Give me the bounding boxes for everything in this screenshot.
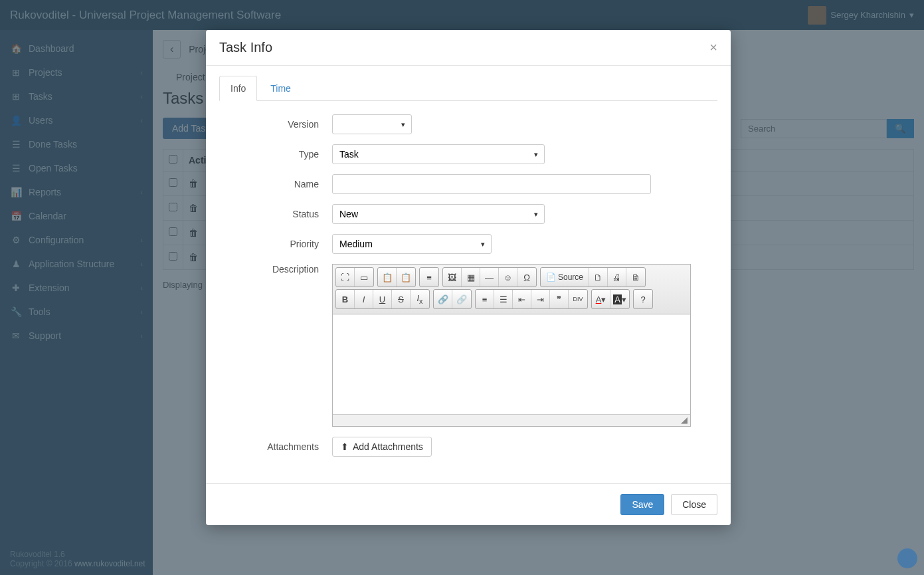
editor-textarea[interactable] xyxy=(333,314,690,414)
editor-toolbar: ⛶ ▭ 📋 📋 ≡ 🖼 xyxy=(333,265,690,314)
bg-color-icon: A xyxy=(613,294,622,304)
modal-title: Task Info xyxy=(219,40,272,55)
modal-footer: Save Close xyxy=(206,483,731,525)
label-name: Name xyxy=(219,179,332,189)
maximize-button[interactable]: ⛶ xyxy=(336,268,355,287)
select-version[interactable] xyxy=(332,114,412,134)
paste-text-button[interactable]: 📋 xyxy=(397,268,415,287)
smiley-icon: ☺ xyxy=(504,273,512,283)
select-type[interactable]: Task xyxy=(332,144,545,164)
close-icon: × xyxy=(709,40,717,55)
print-icon: 🖨 xyxy=(612,273,621,283)
label-priority: Priority xyxy=(219,239,332,249)
upload-icon: ⬆ xyxy=(341,441,349,452)
label-version: Version xyxy=(219,119,332,130)
unlink-button[interactable]: 🔗 xyxy=(452,290,471,308)
modal-header: Task Info × xyxy=(206,30,731,65)
label-status: Status xyxy=(219,209,332,219)
outdent-icon: ⇤ xyxy=(518,294,525,304)
link-icon: 🔗 xyxy=(438,294,448,304)
print-button[interactable]: 🖨 xyxy=(608,268,626,287)
bullet-list-button[interactable]: ☰ xyxy=(494,290,513,308)
table-button[interactable]: ▦ xyxy=(462,268,480,287)
templates-icon: 🗎 xyxy=(632,273,640,283)
form-row-priority: Priority Medium xyxy=(219,234,717,254)
ul-icon: ☰ xyxy=(500,294,508,304)
quote-icon: ❞ xyxy=(557,294,561,304)
close-button[interactable]: Close xyxy=(671,494,717,515)
hr-icon: ― xyxy=(485,273,494,283)
remove-format-button[interactable]: ≡ xyxy=(420,268,438,287)
numbered-list-button[interactable]: ≡ xyxy=(476,290,494,308)
save-button[interactable]: Save xyxy=(620,494,664,515)
maximize-icon: ⛶ xyxy=(341,273,349,283)
new-page-button[interactable]: 🗋 xyxy=(589,268,608,287)
modal-close-button[interactable]: × xyxy=(709,40,717,55)
ol-icon: ≡ xyxy=(482,294,488,304)
underline-button[interactable]: U xyxy=(373,290,392,308)
outdent-button[interactable]: ⇤ xyxy=(513,290,531,308)
add-attachments-button[interactable]: ⬆ Add Attachments xyxy=(332,437,432,457)
editor-resize-handle[interactable]: ◢ xyxy=(333,414,690,426)
paste-icon: 📋 xyxy=(382,273,393,283)
image-button[interactable]: 🖼 xyxy=(443,268,462,287)
smiley-button[interactable]: ☺ xyxy=(499,268,517,287)
omega-icon: Ω xyxy=(523,273,530,283)
strike-button[interactable]: S xyxy=(392,290,411,308)
remove-format-icon: ≡ xyxy=(426,273,432,283)
form-row-type: Type Task xyxy=(219,144,717,164)
input-name[interactable] xyxy=(332,174,651,194)
templates-button[interactable]: 🗎 xyxy=(626,268,645,287)
underline-icon: U xyxy=(379,294,385,304)
table-icon: ▦ xyxy=(467,273,475,283)
label-type: Type xyxy=(219,149,332,160)
label-description: Description xyxy=(219,264,332,275)
tab-info[interactable]: Info xyxy=(219,76,257,101)
form-row-description: Description ⛶ ▭ 📋 📋 xyxy=(219,264,717,427)
form-row-status: Status New xyxy=(219,204,717,224)
bg-color-button[interactable]: A▾ xyxy=(610,290,629,308)
image-icon: 🖼 xyxy=(448,273,456,283)
clear-format-icon: Ix xyxy=(416,293,422,305)
task-info-modal: Task Info × Info Time Version Type Task … xyxy=(206,30,731,525)
strike-icon: S xyxy=(398,294,404,304)
link-button[interactable]: 🔗 xyxy=(434,290,452,308)
indent-button[interactable]: ⇥ xyxy=(531,290,550,308)
div-button[interactable]: DIV xyxy=(569,290,587,308)
paste-button[interactable]: 📋 xyxy=(378,268,397,287)
text-color-icon: A▾ xyxy=(596,294,606,304)
clear-format-button[interactable]: Ix xyxy=(411,290,429,308)
text-color-button[interactable]: A▾ xyxy=(592,290,610,308)
help-icon: ? xyxy=(640,294,645,304)
unlink-icon: 🔗 xyxy=(456,294,467,304)
select-status[interactable]: New xyxy=(332,204,545,224)
tab-time[interactable]: Time xyxy=(260,76,302,100)
div-icon: DIV xyxy=(573,296,583,302)
add-attachments-label: Add Attachments xyxy=(353,441,423,452)
paste-text-icon: 📋 xyxy=(401,273,411,283)
form-row-name: Name xyxy=(219,174,717,194)
special-char-button[interactable]: Ω xyxy=(517,268,536,287)
form-row-attachments: Attachments ⬆ Add Attachments xyxy=(219,437,717,457)
indent-icon: ⇥ xyxy=(537,294,544,304)
bold-button[interactable]: B xyxy=(336,290,355,308)
scroll-to-top-button[interactable] xyxy=(897,548,917,568)
italic-button[interactable]: I xyxy=(355,290,373,308)
select-priority[interactable]: Medium xyxy=(332,234,492,254)
tabs: Info Time xyxy=(219,76,717,101)
modal-body: Info Time Version Type Task Name Status … xyxy=(206,66,731,483)
hr-button[interactable]: ― xyxy=(480,268,499,287)
form-row-version: Version xyxy=(219,114,717,134)
about-button[interactable]: ? xyxy=(634,290,652,308)
bold-icon: B xyxy=(342,294,348,304)
rich-text-editor: ⛶ ▭ 📋 📋 ≡ 🖼 xyxy=(332,264,691,427)
quote-button[interactable]: ❞ xyxy=(550,290,569,308)
italic-icon: I xyxy=(363,294,365,304)
label-attachments: Attachments xyxy=(219,441,332,452)
source-icon: 📄 xyxy=(546,273,556,282)
blocks-icon: ▭ xyxy=(360,273,368,283)
show-blocks-button[interactable]: ▭ xyxy=(355,268,373,287)
source-button[interactable]: 📄Source xyxy=(541,268,589,287)
page-icon: 🗋 xyxy=(594,273,602,283)
